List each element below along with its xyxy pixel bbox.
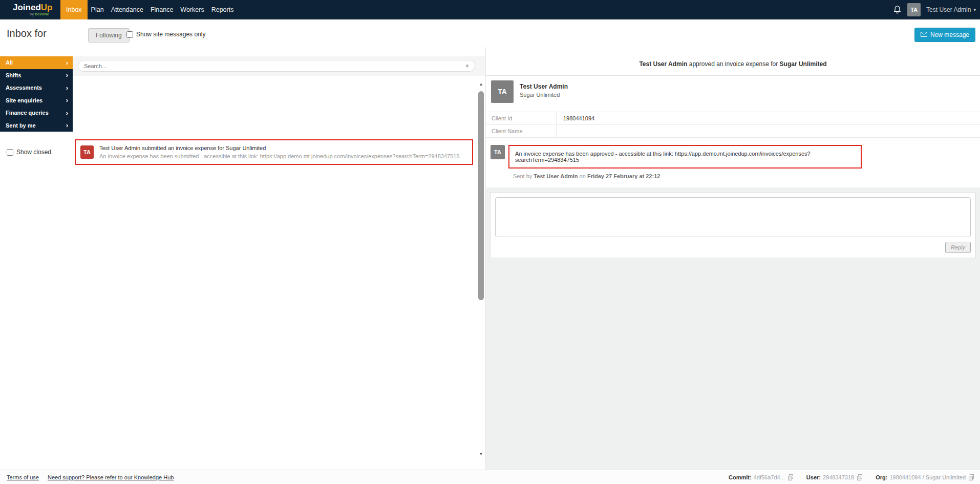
conversation-title-org: Sugar Unlimited [780, 60, 827, 68]
nav-item-workers[interactable]: Workers [177, 0, 207, 19]
search-input[interactable] [84, 63, 465, 69]
sidebar-item-label: Sent by me [6, 122, 36, 129]
reply-card: Reply [490, 193, 976, 258]
sidebar-item-all[interactable]: All › [0, 56, 73, 69]
sidebar-item-label: Finance queries [6, 110, 49, 116]
sent-date: Friday 27 February at 22:12 [587, 173, 660, 179]
reply-textarea[interactable] [495, 197, 971, 237]
logo-subtext: by beeline [13, 12, 60, 16]
scroll-up-icon[interactable]: ▲ [477, 82, 485, 87]
sender-name: Test User Admin [520, 83, 568, 90]
user-value: 2948347318 [823, 474, 854, 480]
scroll-down-icon[interactable]: ▼ [477, 452, 485, 456]
new-message-label: New message [930, 31, 969, 38]
show-closed-toggle[interactable]: Show closed [7, 149, 51, 156]
nav-item-plan[interactable]: Plan [88, 0, 108, 19]
nav-item-finance[interactable]: Finance [147, 0, 177, 19]
message-title: Test User Admin submitted an invoice exp… [99, 144, 460, 152]
clear-search-icon[interactable]: × [465, 63, 469, 69]
joinedup-logo: JoinedUp by beeline [0, 0, 60, 19]
nav-item-inbox[interactable]: Inbox [60, 0, 88, 19]
message-list: TA Test User Admin submitted an invoice … [73, 76, 485, 464]
envelope-icon [921, 31, 927, 38]
copy-icon[interactable] [857, 474, 862, 480]
user-menu[interactable]: Test User Admin ▾ [926, 6, 976, 13]
sent-on: on [578, 173, 587, 179]
conversation-title: Test User Admin approved an invoice expe… [486, 47, 980, 75]
notifications-bell-icon[interactable] [893, 5, 902, 14]
logo-beeline: beeline [35, 12, 49, 16]
page-title: Inbox for [7, 28, 47, 39]
app-root: JoinedUp by beeline Inbox Plan Attendanc… [0, 0, 980, 484]
sidebar-item-finance-queries[interactable]: Finance queries › [0, 107, 73, 119]
user-avatar[interactable]: TA [907, 3, 921, 16]
org-label: Org: [876, 474, 887, 480]
client-fields-table: Client Id 1980441094 Client Name [486, 112, 980, 138]
nav-item-attendance[interactable]: Attendance [108, 0, 147, 19]
sidebar-item-site-enquiries[interactable]: Site enquiries › [0, 94, 73, 107]
sidebar-item-label: Shifts [6, 72, 22, 78]
show-site-messages-toggle[interactable]: Show site messages only [126, 31, 205, 38]
field-row-client-id: Client Id 1980441094 [486, 112, 980, 125]
logo-text: JoinedUp [13, 3, 60, 12]
message-avatar: TA [491, 145, 505, 159]
commit-label: Commit: [729, 474, 752, 480]
message-preview: Test User Admin submitted an invoice exp… [99, 144, 460, 160]
message-bubble: An invoice expense has been approved - a… [508, 145, 862, 169]
list-scrollbar[interactable]: ▲ ▼ [477, 82, 485, 456]
sent-info: Sent by Test User Admin on Friday 27 Feb… [486, 169, 980, 187]
copy-icon[interactable] [788, 474, 793, 480]
org-info: Org: 1980441094 / Sugar Unlimited [876, 474, 974, 480]
logo-up: Up [41, 3, 53, 12]
field-value: 1980441094 [557, 112, 594, 124]
show-site-messages-checkbox[interactable] [126, 31, 133, 38]
nav-item-reports[interactable]: Reports [208, 0, 238, 19]
chevron-right-icon: › [66, 72, 68, 78]
field-label: Client Id [486, 112, 557, 124]
sidebar-item-label: Assessments [6, 85, 42, 91]
knowledge-hub-link[interactable]: Need support? Please refer to our Knowle… [48, 474, 174, 480]
sidebar-item-label: Site enquiries [6, 97, 42, 103]
message-list-item[interactable]: TA Test User Admin submitted an invoice … [75, 139, 473, 165]
sender-org: Sugar Unlimited [520, 92, 568, 98]
conversation-title-sender: Test User Admin [639, 60, 687, 68]
sidebar-item-label: All [6, 59, 13, 66]
commit-value: 4df56a7d4... [754, 474, 785, 480]
commit-info: Commit: 4df56a7d4... [729, 474, 793, 480]
user-name: Test User Admin [926, 6, 971, 13]
sidebar-item-sent-by-me[interactable]: Sent by me › [0, 119, 73, 132]
field-label: Client Name [486, 125, 557, 137]
sender-info: TA Test User Admin Sugar Unlimited [486, 76, 980, 108]
conversation-title-action: approved an invoice expense for [687, 60, 779, 68]
reply-button[interactable]: Reply [945, 242, 971, 253]
message-list-panel: × TA Test User Admin submitted an invoic… [73, 56, 485, 464]
sidebar-item-assessments[interactable]: Assessments › [0, 81, 73, 94]
chevron-right-icon: › [66, 122, 68, 129]
field-value [557, 125, 563, 137]
sidebar-item-shifts[interactable]: Shifts › [0, 69, 73, 82]
copy-icon[interactable] [969, 474, 974, 480]
search-field: × [78, 60, 475, 72]
chevron-right-icon: › [66, 59, 68, 66]
message-snippet: An invoice expense has been submitted - … [99, 153, 460, 160]
new-message-button[interactable]: New message [914, 28, 975, 42]
message-detail-content: Test User Admin approved an invoice expe… [486, 47, 980, 187]
search-row: × [73, 56, 485, 76]
inbox-category-sidebar: All › Shifts › Assessments › Site enquir… [0, 56, 73, 132]
following-button[interactable]: Following [88, 28, 130, 43]
scrollbar-thumb[interactable] [478, 91, 484, 300]
user-info: User: 2948347318 [806, 474, 862, 480]
chevron-down-icon: ▾ [973, 7, 976, 12]
chevron-right-icon: › [66, 110, 68, 116]
page-header: Inbox for Following Show site messages o… [0, 19, 980, 47]
navbar-right: TA Test User Admin ▾ [893, 0, 980, 19]
sender-avatar: TA [491, 80, 514, 103]
message-bubble-row: TA An invoice expense has been approved … [486, 138, 980, 169]
terms-of-use-link[interactable]: Terms of use [7, 474, 39, 480]
footer-links: Terms of use Need support? Please refer … [0, 474, 174, 480]
logo-joined: Joined [13, 3, 41, 12]
show-closed-checkbox[interactable] [7, 149, 13, 156]
footer: Terms of use Need support? Please refer … [0, 470, 980, 484]
footer-meta: Commit: 4df56a7d4... User: 2948347318 Or… [729, 474, 980, 480]
sent-prefix: Sent by [513, 173, 534, 179]
